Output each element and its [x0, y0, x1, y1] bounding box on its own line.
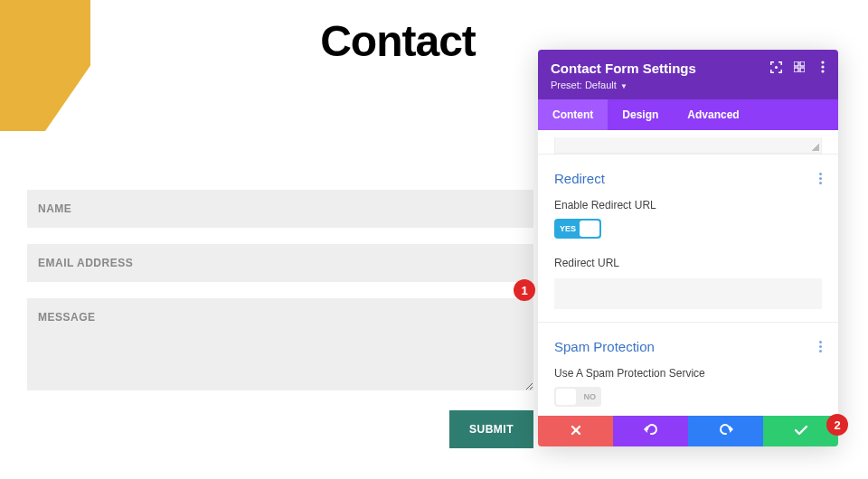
- previous-field-stub[interactable]: [554, 137, 822, 154]
- grid-icon[interactable]: [793, 61, 806, 73]
- svg-point-14: [821, 65, 824, 68]
- svg-marker-19: [730, 426, 733, 433]
- enable-redirect-toggle[interactable]: YES: [554, 219, 601, 239]
- redirect-url-label: Redirect URL: [554, 257, 822, 269]
- panel-tabs: Content Design Advanced: [538, 99, 838, 130]
- panel-footer: [538, 416, 838, 446]
- panel-header[interactable]: Contact Form Settings Preset: Default ▼: [538, 50, 838, 99]
- email-input[interactable]: [27, 244, 533, 282]
- section-options-icon[interactable]: [819, 341, 822, 352]
- svg-rect-11: [794, 68, 798, 72]
- submit-button[interactable]: SUBMIT: [449, 410, 533, 448]
- expand-icon[interactable]: [769, 61, 782, 73]
- close-icon: [571, 423, 581, 439]
- panel-header-icons: [769, 61, 829, 73]
- toggle-knob: [580, 221, 599, 237]
- section-options-icon[interactable]: [819, 173, 822, 184]
- spam-service-toggle[interactable]: NO: [554, 387, 601, 407]
- toggle-off-text: NO: [584, 392, 597, 401]
- svg-point-8: [775, 66, 778, 69]
- preset-value: Default: [585, 80, 617, 90]
- settings-panel: Contact Form Settings Preset: Default ▼ …: [538, 50, 838, 446]
- annotation-badge-1: 1: [514, 279, 535, 301]
- toggle-knob: [556, 389, 576, 405]
- redo-button[interactable]: [688, 416, 763, 446]
- section-redirect: Redirect Enable Redirect URL YES Redirec…: [538, 154, 838, 322]
- svg-rect-3: [780, 61, 782, 65]
- redirect-url-input[interactable]: [554, 278, 822, 309]
- tab-advanced[interactable]: Advanced: [673, 99, 753, 130]
- enable-redirect-label: Enable Redirect URL: [554, 199, 822, 211]
- svg-rect-10: [800, 61, 805, 66]
- annotation-badge-2: 2: [826, 414, 848, 436]
- preset-selector[interactable]: Preset: Default ▼: [551, 80, 826, 90]
- svg-rect-12: [800, 68, 805, 72]
- tab-content[interactable]: Content: [538, 99, 608, 130]
- section-spam: Spam Protection Use A Spam Protection Se…: [538, 322, 838, 416]
- message-textarea[interactable]: [27, 298, 533, 390]
- svg-rect-7: [780, 70, 782, 73]
- panel-body[interactable]: Redirect Enable Redirect URL YES Redirec…: [538, 130, 838, 416]
- svg-rect-9: [794, 61, 798, 66]
- name-input[interactable]: [27, 190, 533, 228]
- svg-point-13: [821, 61, 824, 63]
- section-title-spam: Spam Protection: [554, 339, 655, 354]
- svg-point-15: [821, 70, 824, 72]
- contact-form: SUBMIT: [27, 190, 533, 448]
- toggle-on-text: YES: [560, 224, 576, 233]
- tab-design[interactable]: Design: [608, 99, 673, 130]
- close-button[interactable]: [538, 416, 613, 446]
- section-title-redirect: Redirect: [554, 171, 605, 186]
- preset-prefix: Preset:: [551, 80, 585, 90]
- more-icon[interactable]: [816, 61, 829, 73]
- svg-marker-18: [644, 426, 647, 433]
- undo-button[interactable]: [613, 416, 688, 446]
- redo-icon: [719, 423, 733, 439]
- svg-rect-1: [770, 61, 772, 65]
- caret-down-icon: ▼: [618, 82, 627, 90]
- undo-icon: [644, 423, 658, 439]
- svg-rect-5: [770, 70, 772, 73]
- spam-service-label: Use A Spam Protection Service: [554, 367, 822, 380]
- check-icon: [795, 423, 807, 439]
